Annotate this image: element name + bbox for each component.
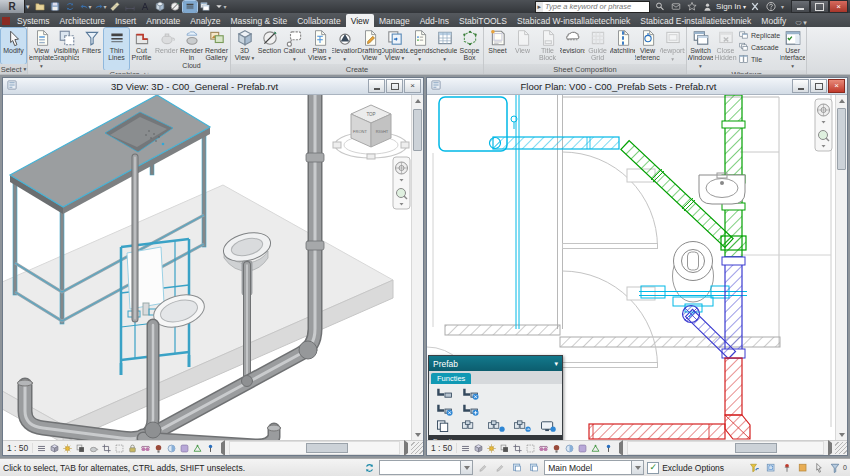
tab-insert[interactable]: Insert (110, 14, 141, 27)
scroll-right-arrow[interactable] (825, 443, 835, 453)
design-options-pick-icon[interactable] (527, 461, 541, 474)
qat-customize-icon[interactable]: ▾ (213, 1, 227, 13)
washbasin-plan[interactable] (699, 173, 745, 204)
switch-windows-icon[interactable] (198, 1, 212, 13)
child-close-button[interactable]: × (828, 79, 845, 93)
viewports-button[interactable]: Viewports ▾ (660, 28, 685, 64)
tab-massing-site[interactable]: Massing & Site (226, 14, 293, 27)
crop-view-icon[interactable] (100, 442, 112, 454)
section-button[interactable]: Section (257, 28, 282, 64)
render-button[interactable]: Render (154, 28, 179, 70)
select-by-face-icon[interactable] (796, 461, 810, 474)
scale-button[interactable]: 1 : 50 (427, 443, 457, 453)
detail-level-icon[interactable] (35, 442, 47, 454)
analytical-model-icon[interactable] (589, 442, 601, 454)
filters-button[interactable]: Filters (79, 28, 104, 70)
tab-view[interactable]: View (346, 14, 374, 27)
detail-level-icon[interactable] (459, 442, 471, 454)
tab-stabitools[interactable]: StabiTOOLS (454, 14, 512, 27)
scope-box-button[interactable]: Scope Box (457, 28, 482, 64)
select-underlay-icon[interactable] (764, 461, 778, 474)
tab-stabicad-w-installatietechniek[interactable]: Stabicad W-installatietechniek (512, 14, 635, 27)
dimension-icon[interactable] (123, 1, 137, 13)
window-floor-plan[interactable]: Floor Plan: V00 - C00_Prefab Sets - Pref… (426, 77, 848, 456)
measure-icon[interactable] (108, 1, 122, 13)
canvas-floor-plan[interactable]: Prefab ▾ Functies Functies (427, 95, 847, 440)
user-interface-button[interactable]: User Interface ▾ (780, 28, 805, 70)
prefab-palette[interactable]: Prefab ▾ Functies Functies (428, 355, 563, 440)
scroll-down-arrow[interactable] (836, 429, 847, 440)
viewcube-front-label[interactable]: FRONT (353, 129, 367, 134)
elevation-button[interactable]: Elevation ▾ (332, 28, 357, 64)
restore-button[interactable] (810, 0, 829, 13)
help-icon[interactable] (765, 1, 778, 12)
sign-in-button[interactable]: Sign In ▾ (701, 1, 746, 12)
editable-only-icon[interactable] (493, 461, 507, 474)
constraints-icon[interactable] (602, 442, 614, 454)
callout-button[interactable]: Callout ▾ (282, 28, 307, 64)
scroll-thumb[interactable] (735, 443, 777, 453)
render-cloud-button[interactable]: Render in Cloud (179, 28, 204, 70)
ribbon-display-toggle[interactable]: ⬭ ▾ (795, 19, 806, 27)
select-links-icon[interactable] (748, 461, 762, 474)
tab-analyze[interactable]: Analyze (185, 14, 225, 27)
tab-architecture[interactable]: Architecture (55, 14, 110, 27)
thin-lines-icon[interactable] (183, 1, 197, 13)
worksharing-icon[interactable] (362, 461, 376, 474)
navigation-bar[interactable] (815, 99, 832, 151)
close-button[interactable]: × (829, 0, 848, 13)
sun-path-icon[interactable] (61, 442, 73, 454)
exchange-apps-icon[interactable] (749, 1, 762, 12)
vertical-scrollbar[interactable] (411, 95, 423, 440)
viewcube-right-label[interactable]: RIGHT (376, 129, 389, 134)
crop-view-icon[interactable] (511, 442, 523, 454)
cut-profile-button[interactable]: Cut Profile (129, 28, 154, 70)
duplicate-view-button[interactable]: Duplicate View ▾ (382, 28, 407, 64)
save-icon[interactable] (48, 1, 62, 13)
tab-systems[interactable]: Systems (12, 14, 55, 27)
shadows-icon[interactable] (498, 442, 510, 454)
modify-button[interactable]: Modify (1, 28, 26, 64)
default-3d-view-icon[interactable] (153, 1, 167, 13)
resize-grip[interactable] (835, 442, 847, 454)
section-icon[interactable] (168, 1, 182, 13)
temporary-view-properties-icon[interactable] (576, 442, 588, 454)
scroll-up-arrow[interactable] (836, 95, 847, 106)
scroll-thumb[interactable] (837, 108, 846, 170)
worksharing-display-icon[interactable] (165, 442, 177, 454)
app-menu-caret-icon[interactable]: ▾ (26, 3, 30, 11)
navigation-bar[interactable] (393, 157, 410, 209)
constraints-icon[interactable] (204, 442, 216, 454)
shadows-icon[interactable] (74, 442, 86, 454)
add-to-prefab-set-button[interactable] (458, 402, 482, 417)
thin-lines-button[interactable]: Thin Lines (104, 28, 129, 70)
guide-grid-button[interactable]: Guide Grid (585, 28, 610, 64)
remove-from-prefab-set-button[interactable] (432, 402, 456, 417)
temporary-hide-icon[interactable] (537, 442, 549, 454)
chevron-down-icon[interactable] (460, 461, 472, 474)
selection-filter-icon[interactable] (828, 461, 842, 474)
worksharing-display-icon[interactable] (563, 442, 575, 454)
tab-modify[interactable]: Modify (756, 14, 791, 27)
render-gallery-button[interactable]: Render Gallery (204, 28, 229, 70)
chevron-down-icon[interactable] (631, 461, 643, 474)
search-go-icon[interactable]: ▸ (536, 2, 544, 12)
crop-region-icon[interactable] (524, 442, 536, 454)
help-caret-icon[interactable]: ▾ (781, 3, 784, 10)
resize-grip[interactable] (411, 442, 423, 454)
subscription-icon[interactable] (669, 1, 682, 12)
child-restore-button[interactable] (810, 79, 827, 93)
undo-icon[interactable]: ▾ (78, 1, 92, 13)
window-3d-view[interactable]: 3D View: 3D - C00_General - Prefab.rvt × (2, 77, 424, 456)
redo-icon[interactable]: ▾ (93, 1, 107, 13)
cascade-button[interactable]: Cascade (738, 42, 780, 53)
schedules-button[interactable]: Schedules ▾ (432, 28, 457, 64)
prefab-set-tool-2-button[interactable] (484, 418, 508, 433)
collapse-view-bar-icon[interactable] (616, 443, 626, 453)
drafting-view-button[interactable]: Drafting View (357, 28, 382, 64)
open-icon[interactable] (33, 1, 47, 13)
palette-footer-functies[interactable]: Functies (429, 435, 562, 440)
design-options-icon[interactable] (510, 461, 524, 474)
active-workset-select[interactable] (379, 460, 473, 475)
horizontal-scrollbar[interactable] (229, 441, 400, 455)
